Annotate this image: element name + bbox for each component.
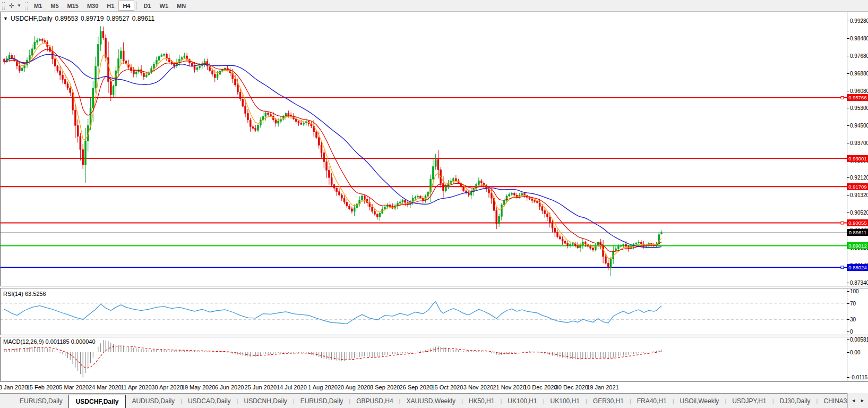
candle-body <box>265 113 267 116</box>
price-chart-canvas[interactable] <box>0 12 868 381</box>
timeframe-button-m5[interactable]: M5 <box>46 1 63 11</box>
toolbar-grip[interactable] <box>25 2 28 10</box>
chart-tab-usdcad-daily[interactable]: USDCAD,Daily <box>182 395 237 407</box>
panel-separator[interactable] <box>0 335 868 337</box>
date-tick-label: 30 Dec 2020 <box>555 384 588 390</box>
collapse-indicator-icon[interactable]: ▼ <box>3 16 8 21</box>
candle-body <box>84 141 86 165</box>
timeframe-button-m1[interactable]: M1 <box>30 1 46 11</box>
level-price-label: 0.88024 <box>847 264 868 271</box>
candle-body <box>468 193 469 195</box>
candle-body <box>113 86 114 95</box>
timeframe-button-m15[interactable]: M15 <box>63 1 83 11</box>
chart-tab-usdchf-daily[interactable]: USDCHF,Daily <box>68 395 126 408</box>
candle-body <box>638 242 640 243</box>
chart-tab-ger30-h1[interactable]: GER30,H1 <box>587 395 630 407</box>
crosshair-tool-icon[interactable]: ✛ <box>7 2 15 10</box>
macd-tick-label: 0.00 <box>850 350 860 355</box>
date-tick-label: 19 May 2020 <box>182 384 216 390</box>
candle-body <box>509 194 510 196</box>
candle-body <box>511 193 513 194</box>
timeframe-button-h4[interactable]: H4 <box>118 1 134 11</box>
toolbar-grip[interactable] <box>2 2 5 10</box>
candle-body <box>57 66 58 71</box>
candle-body <box>582 242 583 245</box>
price-axis-line[interactable] <box>847 12 847 381</box>
price-tick-label: 0.98480 <box>850 36 868 41</box>
level-price-label: 0.95766 <box>847 94 868 101</box>
date-tick-label: 5 Mar 2020 <box>59 384 89 390</box>
date-tick-label: 28 Jan 2020 <box>0 384 28 390</box>
chart-tab-usoil-weekly[interactable]: USOil,Weekly <box>674 395 725 407</box>
rsi-line[interactable] <box>4 302 661 324</box>
candle-body <box>257 125 259 131</box>
timeframe-button-h1[interactable]: H1 <box>102 1 118 11</box>
candle-body <box>419 196 421 198</box>
macd-signal-line[interactable] <box>4 346 661 368</box>
candle-body <box>214 74 216 78</box>
chart-tab-uk100-h1[interactable]: UK100,H1 <box>502 395 543 407</box>
chart-tab-usdjpy-h1[interactable]: USDJPY,H1 <box>726 395 772 407</box>
candle-body <box>275 120 277 123</box>
chart-tab-eurusd-daily[interactable]: EURUSD,Daily <box>295 395 349 407</box>
chart-tab-gbpusd-h4[interactable]: GBPUSD,H4 <box>350 395 399 407</box>
chart-tab-china300-h1[interactable]: CHINA300,H1 <box>818 395 848 407</box>
candle-body <box>617 246 619 249</box>
chart-tab-hk50-h1[interactable]: HK50,H1 <box>463 395 501 407</box>
chart-tab-fra40-h1[interactable]: FRA40,H1 <box>631 395 673 407</box>
candle-body <box>237 85 238 92</box>
date-axis[interactable]: 28 Jan 202015 Feb 20205 Mar 202024 Mar 2… <box>0 381 868 394</box>
timeframe-button-w1[interactable]: W1 <box>156 1 173 11</box>
candle-body <box>11 55 13 58</box>
candle-body <box>658 235 660 244</box>
chart-tab-eurusd-daily[interactable]: EURUSD,Daily <box>14 395 68 407</box>
ma-slow-line[interactable] <box>4 54 661 248</box>
level-endpoint-handle[interactable] <box>841 96 844 99</box>
ohlc-close: 0.89611 <box>132 15 155 22</box>
timeframe-button-d1[interactable]: D1 <box>139 1 155 11</box>
macd-tick-mark <box>847 352 849 353</box>
candle-body <box>417 196 419 197</box>
candle-body <box>156 60 157 64</box>
rsi-tick-label: 100 <box>850 288 859 294</box>
chart-tab-uk100-h1[interactable]: UK100,H1 <box>545 395 586 407</box>
level-endpoint-handle[interactable] <box>841 266 844 269</box>
tabs-scroll-right-button[interactable]: ► <box>858 397 866 404</box>
candle-body <box>298 122 299 123</box>
chevron-down-icon[interactable]: ▼ <box>15 3 23 8</box>
date-tick-label: 1 Aug 2020 <box>308 384 338 390</box>
candle-body <box>331 177 332 184</box>
tabs-scroll-left-button[interactable]: ◄ <box>849 397 857 404</box>
candle-body <box>247 113 248 120</box>
rsi-value: 63.5256 <box>25 291 46 297</box>
chart-tab-xauusd-weekly[interactable]: XAUUSD,Weekly <box>400 395 461 407</box>
level-price-label: 0.89012 <box>847 242 868 249</box>
chart-tab-dj30-daily[interactable]: DJ30,Daily <box>774 395 817 407</box>
ma-fast-line[interactable] <box>4 43 661 258</box>
price-tick-mark <box>847 195 849 196</box>
chart-tab-audusd-daily[interactable]: AUDUSD,Daily <box>126 395 181 407</box>
macd-tick-label: -0.011515 <box>850 375 868 380</box>
ma-mid-line[interactable] <box>4 49 661 252</box>
candle-body <box>64 80 66 84</box>
candle-body <box>19 66 20 71</box>
candle-body <box>80 137 81 150</box>
candle-body <box>303 123 305 124</box>
timeframe-button-m30[interactable]: M30 <box>83 1 102 11</box>
candle-body <box>442 183 444 191</box>
candle-body <box>379 213 381 217</box>
chart-tab-usdcnh-daily[interactable]: USDCNH,Daily <box>238 395 293 407</box>
timeframe-button-mn[interactable]: MN <box>173 1 190 11</box>
macd-indicator-label: MACD(12,26,9) 0.001185 0.000040 <box>3 338 96 345</box>
price-tick-mark <box>847 125 849 126</box>
panel-separator[interactable] <box>0 286 868 288</box>
candle-body <box>620 245 622 246</box>
candle-body <box>572 243 573 244</box>
date-tick-label: 25 Jun 2020 <box>245 384 277 390</box>
price-tick-label: 0.96880 <box>850 71 868 76</box>
level-endpoint-handle[interactable] <box>841 222 844 224</box>
macd-tick-label: 0.005818 <box>850 337 868 343</box>
candle-body <box>8 55 10 58</box>
candle-body <box>536 201 538 202</box>
rsi-tick-mark <box>847 303 849 304</box>
